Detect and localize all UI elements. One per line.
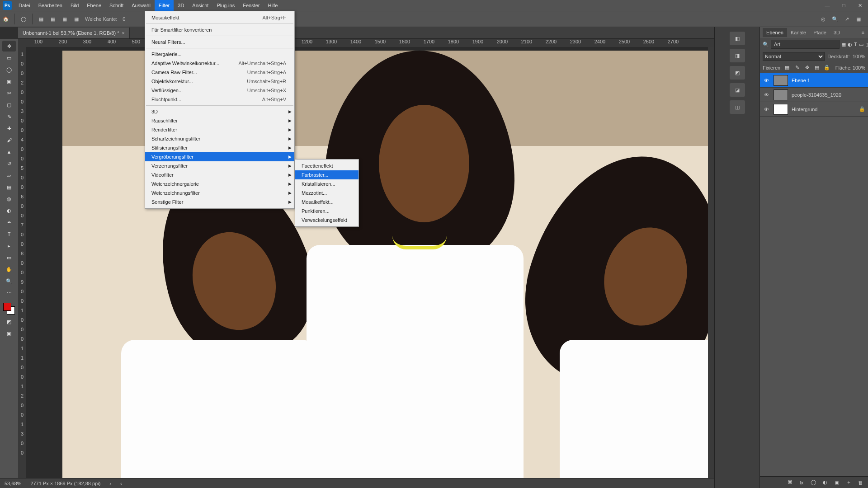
- layer-row[interactable]: 👁Ebene 1: [760, 73, 868, 88]
- menu-plug-ins[interactable]: Plug-ins: [212, 0, 239, 11]
- lasso-tool-preset-icon[interactable]: ◯: [19, 14, 28, 24]
- layer-thumbnail[interactable]: [774, 89, 788, 100]
- menu-item[interactable]: Fluchtpunkt...Alt+Strg+V: [145, 95, 294, 104]
- menu-item[interactable]: Renderfilter▶: [145, 125, 294, 134]
- menu-ebene[interactable]: Ebene: [83, 0, 105, 11]
- visibility-icon[interactable]: 👁: [763, 92, 770, 98]
- menu-item[interactable]: Für Smartfilter konvertieren: [145, 25, 294, 34]
- lasso-tool[interactable]: ◯: [2, 64, 16, 75]
- menu-item[interactable]: Weichzeichnergalerie▶: [145, 179, 294, 188]
- link-layers-icon[interactable]: ⌘: [785, 478, 795, 487]
- quickmask-tool[interactable]: ◩: [2, 316, 16, 327]
- window-minimize-button[interactable]: —: [819, 0, 835, 11]
- window-maximize-button[interactable]: □: [835, 0, 852, 11]
- layer-filter-input[interactable]: [771, 40, 840, 49]
- menu-3d[interactable]: 3D: [174, 0, 188, 11]
- cloud-docs-icon[interactable]: ◎: [818, 14, 828, 24]
- visibility-icon[interactable]: 👁: [763, 78, 770, 83]
- blend-mode-select[interactable]: Normal: [763, 52, 825, 61]
- submenu-item[interactable]: Mezzotint...: [295, 188, 359, 197]
- color-swatches[interactable]: [2, 302, 16, 315]
- menu-item[interactable]: Neural Filters...: [145, 38, 294, 47]
- selection-intersect-icon[interactable]: ▦: [71, 14, 81, 24]
- adjustment-layer-icon[interactable]: ◐: [820, 478, 830, 487]
- dock-panel-icon[interactable]: ◫: [730, 100, 745, 114]
- layer-row[interactable]: 👁people-3104635_1920: [760, 88, 868, 102]
- share-icon[interactable]: ↗: [842, 14, 852, 24]
- lock-all-icon[interactable]: 🔒: [822, 64, 831, 72]
- menu-item[interactable]: Vergröberungsfilter▶: [145, 152, 294, 161]
- selection-add-icon[interactable]: ▦: [48, 14, 58, 24]
- document-tab[interactable]: Unbenannt-1 bei 53,7% (Ebene 1, RGB/8) *…: [18, 28, 130, 38]
- panel-tab-ebenen[interactable]: Ebenen: [763, 28, 787, 37]
- stamp-tool[interactable]: ▲: [2, 146, 16, 157]
- submenu-item[interactable]: Facetteneffekt: [295, 161, 359, 170]
- object-select-tool[interactable]: ▣: [2, 76, 16, 87]
- workspace-icon[interactable]: ▦: [854, 14, 863, 24]
- foreground-color-swatch[interactable]: [3, 303, 11, 311]
- screen-mode-tool[interactable]: ▣: [2, 328, 16, 339]
- feather-value[interactable]: 0: [123, 16, 125, 22]
- new-layer-icon[interactable]: ＋: [844, 478, 854, 487]
- close-icon[interactable]: ×: [122, 28, 124, 38]
- selection-subtract-icon[interactable]: ▦: [60, 14, 70, 24]
- menu-item[interactable]: MosaikeffektAlt+Strg+F: [145, 13, 294, 22]
- move-tool[interactable]: ✥: [2, 41, 16, 52]
- menu-fenster[interactable]: Fenster: [239, 0, 264, 11]
- lock-position-icon[interactable]: ✎: [793, 64, 802, 72]
- status-arrow-left-icon[interactable]: ‹: [120, 481, 122, 486]
- lock-move-icon[interactable]: ✥: [802, 64, 811, 72]
- submenu-item[interactable]: Verwackelungseffekt: [295, 216, 359, 225]
- filter-smart-icon[interactable]: ◫: [865, 40, 868, 49]
- menu-item[interactable]: Objektivkorrektur...Umschalt+Strg+R: [145, 77, 294, 86]
- dodge-tool[interactable]: ◐: [2, 205, 16, 216]
- menu-item[interactable]: Adaptive Weitwinkelkorrektur...Alt+Umsch…: [145, 59, 294, 68]
- dock-panel-icon[interactable]: ◩: [730, 66, 745, 80]
- type-tool[interactable]: T: [2, 229, 16, 239]
- dock-panel-icon[interactable]: ◪: [730, 83, 745, 97]
- delete-layer-icon[interactable]: 🗑: [855, 478, 865, 487]
- window-close-button[interactable]: ✕: [852, 0, 868, 11]
- status-arrow-right-icon[interactable]: ›: [109, 481, 111, 486]
- fill-value[interactable]: 100%: [853, 65, 865, 70]
- menu-item[interactable]: Verzerrungsfilter▶: [145, 161, 294, 170]
- menu-item[interactable]: 3D▶: [145, 107, 294, 116]
- panel-tab-pfade[interactable]: Pfade: [810, 28, 830, 37]
- gradient-tool[interactable]: ▤: [2, 182, 16, 192]
- status-zoom[interactable]: 53,68%: [5, 481, 21, 486]
- search-icon[interactable]: 🔍: [763, 40, 769, 49]
- filter-adjustment-icon[interactable]: ◐: [848, 40, 852, 49]
- menu-item[interactable]: Sonstige Filter▶: [145, 197, 294, 206]
- scrollbar-vertical[interactable]: [708, 47, 714, 478]
- search-icon[interactable]: 🔍: [830, 14, 840, 24]
- rectangle-tool[interactable]: ▭: [2, 252, 16, 263]
- history-brush-tool[interactable]: ↺: [2, 158, 16, 169]
- menu-hilfe[interactable]: Hilfe: [264, 0, 282, 11]
- layer-row[interactable]: 👁Hintergrund🔒: [760, 102, 868, 117]
- edit-toolbar[interactable]: ⋯: [2, 287, 16, 298]
- hand-tool[interactable]: ✋: [2, 264, 16, 275]
- menu-item[interactable]: Weichzeichnungsfilter▶: [145, 188, 294, 197]
- home-icon[interactable]: 🏠: [1, 14, 11, 24]
- opacity-value[interactable]: 100%: [853, 54, 865, 59]
- menu-item[interactable]: Stilisierungsfilter▶: [145, 143, 294, 152]
- visibility-icon[interactable]: 👁: [763, 107, 770, 112]
- panel-tab-kanäle[interactable]: Kanäle: [787, 28, 810, 37]
- filter-type-icon[interactable]: T: [854, 40, 857, 49]
- layer-style-icon[interactable]: fx: [797, 478, 807, 487]
- zoom-tool[interactable]: 🔍: [2, 276, 16, 286]
- ruler-horizontal[interactable]: 1002003004005006007008009001000110012001…: [18, 39, 714, 47]
- dock-panel-icon[interactable]: ◨: [730, 49, 745, 62]
- menu-item[interactable]: Verflüssigen...Umschalt+Strg+X: [145, 86, 294, 95]
- menu-filter[interactable]: Filter: [155, 0, 174, 11]
- submenu-item[interactable]: Kristallisieren...: [295, 179, 359, 188]
- selection-new-icon[interactable]: ▦: [36, 14, 46, 24]
- panel-menu-icon[interactable]: ≡: [858, 30, 868, 35]
- menu-item[interactable]: Rauschfilter▶: [145, 116, 294, 125]
- eraser-tool[interactable]: ▱: [2, 170, 16, 181]
- menu-item[interactable]: Camera Raw-Filter...Umschalt+Strg+A: [145, 68, 294, 77]
- ruler-vertical[interactable]: 1002003004005006007008009001000110012001…: [18, 47, 26, 478]
- marquee-tool[interactable]: ▭: [2, 52, 16, 63]
- lock-pixels-icon[interactable]: ▦: [783, 64, 792, 72]
- blur-tool[interactable]: ◍: [2, 193, 16, 204]
